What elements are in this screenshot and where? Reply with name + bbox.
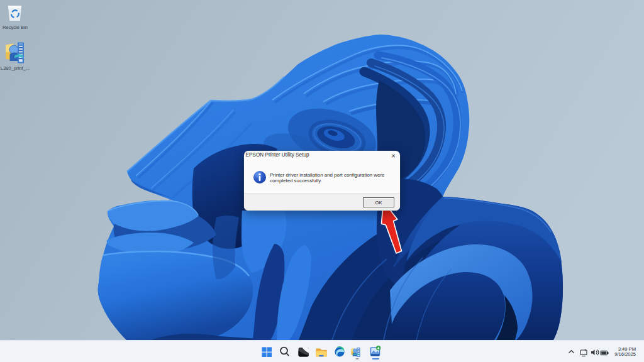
svg-text:Recycle Bin: Recycle Bin	[3, 25, 28, 30]
svg-text:L380_print_...: L380_print_...	[1, 65, 30, 71]
